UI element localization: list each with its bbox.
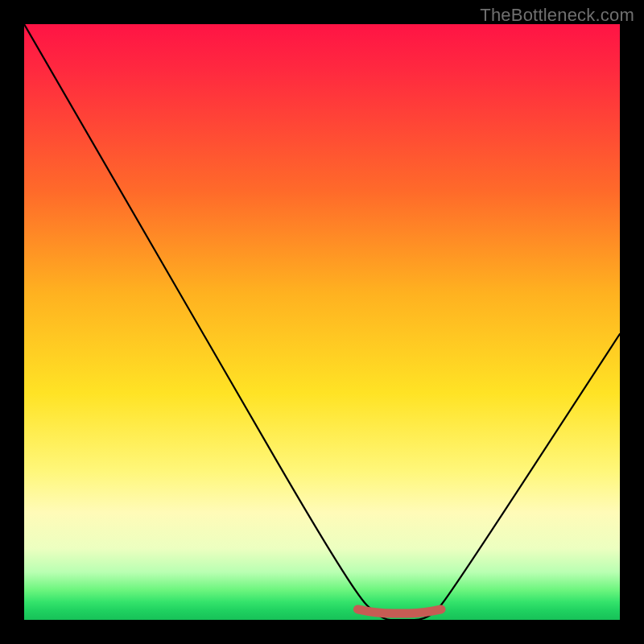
bottleneck-curve xyxy=(24,24,620,620)
optimal-band-marker xyxy=(357,609,441,613)
curve-layer xyxy=(24,24,620,620)
chart-frame: TheBottleneck.com xyxy=(0,0,644,644)
watermark-text: TheBottleneck.com xyxy=(480,5,634,26)
plot-area xyxy=(24,24,620,620)
